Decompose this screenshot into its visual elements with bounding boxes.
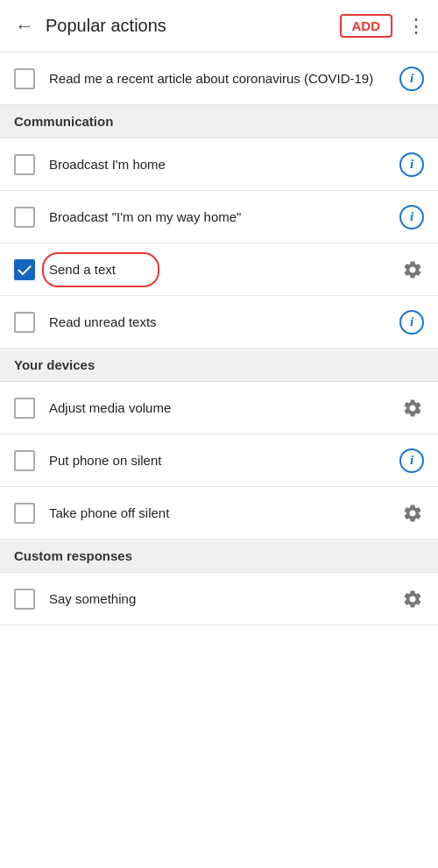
- info-icon-read-covid[interactable]: i: [399, 67, 424, 91]
- checkbox-broadcast-home[interactable]: [14, 154, 35, 175]
- info-icon-broadcast-way[interactable]: i: [399, 205, 424, 229]
- item-label-phone-silent: Put phone on silent: [49, 451, 399, 469]
- list-item: Read unread texts i: [0, 296, 438, 349]
- info-icon-broadcast-home[interactable]: i: [399, 152, 424, 177]
- page-title: Popular actions: [46, 16, 340, 36]
- section-header-custom-responses: Custom responses: [0, 540, 438, 573]
- item-label-broadcast-way: Broadcast "I'm on my way home": [49, 208, 399, 226]
- back-button[interactable]: ←: [7, 8, 42, 45]
- gear-icon-send-text[interactable]: [401, 258, 424, 281]
- more-button[interactable]: ⋮: [399, 8, 431, 45]
- item-label-adjust-volume: Adjust media volume: [49, 399, 401, 417]
- gear-icon-say-something[interactable]: [401, 588, 424, 610]
- checkbox-read-covid[interactable]: [14, 68, 35, 89]
- list-item: Say something: [0, 573, 438, 625]
- app-header: ← Popular actions ADD ⋮: [0, 0, 438, 53]
- list-item: Broadcast I'm home i: [0, 138, 438, 191]
- section-header-communication: Communication: [0, 105, 438, 138]
- list-item: Put phone on silent i: [0, 434, 438, 487]
- checkbox-read-unread[interactable]: [14, 312, 35, 333]
- checkbox-phone-silent[interactable]: [14, 450, 35, 471]
- item-label-say-something: Say something: [49, 589, 401, 608]
- list-item-send-text: Send a text: [0, 243, 438, 296]
- checkbox-phone-off-silent[interactable]: [14, 503, 35, 524]
- item-label-broadcast-home: Broadcast I'm home: [49, 155, 399, 173]
- gear-icon-adjust-volume[interactable]: [401, 397, 424, 420]
- item-label-send-text: Send a text: [49, 260, 401, 279]
- section-header-your-devices: Your devices: [0, 349, 438, 382]
- info-icon-phone-silent[interactable]: i: [399, 448, 424, 473]
- list-item: Broadcast "I'm on my way home" i: [0, 191, 438, 243]
- item-label-phone-off-silent: Take phone off silent: [49, 504, 401, 522]
- checkbox-adjust-volume[interactable]: [14, 398, 35, 419]
- item-label-read-covid: Read me a recent article about coronavir…: [49, 69, 399, 88]
- checkbox-broadcast-way[interactable]: [14, 207, 35, 228]
- item-label-read-unread: Read unread texts: [49, 313, 399, 331]
- list-item: Take phone off silent: [0, 487, 438, 540]
- add-button[interactable]: ADD: [340, 14, 393, 38]
- gear-icon-phone-off-silent[interactable]: [401, 502, 424, 525]
- list-item: Read me a recent article about coronavir…: [0, 53, 438, 105]
- info-icon-read-unread[interactable]: i: [399, 310, 424, 335]
- checkbox-send-text[interactable]: [14, 259, 35, 280]
- list-item: Adjust media volume: [0, 382, 438, 434]
- checkbox-say-something[interactable]: [14, 589, 35, 610]
